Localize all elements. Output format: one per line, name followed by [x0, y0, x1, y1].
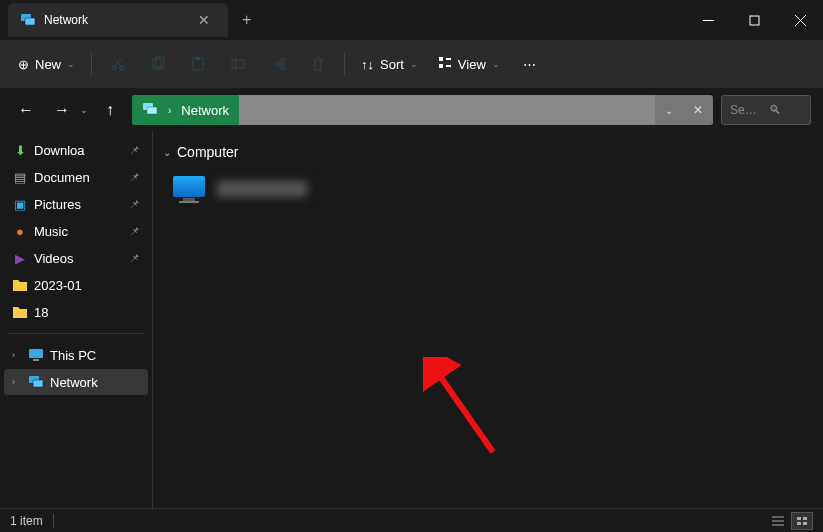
search-placeholder: Sear... [730, 103, 763, 117]
svg-rect-29 [179, 201, 199, 203]
plus-icon: ⊕ [18, 57, 29, 72]
sort-label: Sort [380, 57, 404, 72]
view-icon [438, 56, 452, 73]
sidebar-item-label: Documen [34, 170, 90, 185]
sidebar-item-downloads[interactable]: ⬇ Downloa 📌︎ [4, 137, 148, 163]
delete-button [300, 48, 336, 80]
view-details-button[interactable] [767, 512, 789, 530]
search-icon: 🔍︎ [769, 103, 802, 117]
chevron-right-icon[interactable]: › [12, 350, 22, 360]
titlebar: Network ✕ + [0, 0, 823, 40]
svg-point-7 [120, 66, 124, 70]
sidebar-item-documents[interactable]: ▤ Documen 📌︎ [4, 164, 148, 190]
chevron-right-icon[interactable]: › [12, 377, 22, 387]
svg-rect-24 [33, 359, 39, 361]
sidebar-item-label: Downloa [34, 143, 85, 158]
address-dropdown[interactable]: ⌄ [655, 105, 683, 116]
download-icon: ⬇ [12, 142, 28, 158]
svg-rect-28 [183, 198, 195, 201]
address-empty[interactable] [239, 95, 655, 125]
chevron-down-icon: ⌄ [492, 59, 500, 69]
sidebar-item-label: 2023-01 [34, 278, 82, 293]
sort-button[interactable]: ↑↓ Sort ⌄ [353, 48, 426, 80]
sidebar-item-label: This PC [50, 348, 96, 363]
copy-button [140, 48, 176, 80]
view-large-icons-button[interactable] [791, 512, 813, 530]
music-icon: ● [12, 223, 28, 239]
forward-button[interactable]: → [48, 96, 76, 124]
main-pane[interactable]: ⌄ Computer [152, 132, 823, 508]
sidebar-item-network[interactable]: › Network [4, 369, 148, 395]
group-header-computer[interactable]: ⌄ Computer [159, 142, 817, 162]
svg-rect-26 [33, 380, 43, 387]
view-button[interactable]: View ⌄ [430, 48, 508, 80]
computer-icon [171, 174, 207, 204]
maximize-button[interactable] [731, 0, 777, 40]
separator [91, 52, 92, 76]
sidebar-item-music[interactable]: ● Music 📌︎ [4, 218, 148, 244]
sidebar-item-label: Music [34, 224, 68, 239]
back-button[interactable]: ← [12, 96, 40, 124]
sidebar-item-videos[interactable]: ▶ Videos 📌︎ [4, 245, 148, 271]
refresh-button[interactable]: ✕ [683, 103, 713, 117]
network-icon [28, 374, 44, 390]
address-bar[interactable]: › Network ⌄ ✕ [132, 95, 713, 125]
pin-icon: 📌︎ [129, 144, 140, 156]
network-computer-item[interactable] [159, 168, 817, 210]
sidebar-item-label: Network [50, 375, 98, 390]
status-item-count: 1 item [10, 514, 43, 528]
svg-rect-3 [750, 16, 759, 25]
svg-rect-13 [196, 57, 200, 60]
sidebar-item-folder-18[interactable]: 18 [4, 299, 148, 325]
folder-icon [12, 304, 28, 320]
document-icon: ▤ [12, 169, 28, 185]
close-button[interactable] [777, 0, 823, 40]
history-dropdown[interactable]: ⌄ [80, 105, 88, 115]
divider [8, 333, 144, 334]
toolbar: ⊕ New ⌄ ↑↓ Sort ⌄ View ⌄ ⋯ [0, 40, 823, 88]
sidebar-item-label: 18 [34, 305, 48, 320]
paste-button [180, 48, 216, 80]
view-label: View [458, 57, 486, 72]
videos-icon: ▶ [12, 250, 28, 266]
search-input[interactable]: Sear... 🔍︎ [721, 95, 811, 125]
new-label: New [35, 57, 61, 72]
separator [53, 514, 54, 528]
chevron-right-icon: › [168, 105, 171, 116]
content: ⬇ Downloa 📌︎ ▤ Documen 📌︎ ▣ Pictures 📌︎ … [0, 132, 823, 508]
svg-rect-17 [439, 57, 443, 61]
network-icon [20, 12, 36, 28]
new-button[interactable]: ⊕ New ⌄ [10, 48, 83, 80]
rename-button [220, 48, 256, 80]
sidebar-item-pictures[interactable]: ▣ Pictures 📌︎ [4, 191, 148, 217]
address-segment-network[interactable]: › Network [132, 95, 239, 125]
pin-icon: 📌︎ [129, 198, 140, 210]
svg-rect-22 [147, 107, 157, 114]
pc-icon [28, 347, 44, 363]
sidebar-item-this-pc[interactable]: › This PC [4, 342, 148, 368]
tab-network[interactable]: Network ✕ [8, 3, 228, 37]
svg-rect-14 [232, 60, 244, 68]
chevron-down-icon: ⌄ [163, 147, 171, 158]
pin-icon: 📌︎ [129, 171, 140, 183]
new-tab-button[interactable]: + [228, 3, 265, 37]
sidebar-item-folder-2023-01[interactable]: 2023-01 [4, 272, 148, 298]
up-button[interactable]: ↑ [96, 96, 124, 124]
svg-rect-16 [281, 59, 284, 69]
pin-icon: 📌︎ [129, 225, 140, 237]
cut-button [100, 48, 136, 80]
sort-icon: ↑↓ [361, 57, 374, 72]
more-button[interactable]: ⋯ [512, 48, 548, 80]
tab-title: Network [44, 13, 184, 27]
tab-close-button[interactable]: ✕ [192, 10, 216, 30]
svg-rect-1 [25, 18, 35, 25]
svg-rect-34 [797, 517, 801, 520]
separator [344, 52, 345, 76]
folder-icon [12, 277, 28, 293]
svg-line-9 [114, 58, 121, 66]
chevron-down-icon: ⌄ [67, 59, 75, 69]
svg-line-30 [435, 369, 493, 452]
group-label: Computer [177, 144, 238, 160]
pin-icon: 📌︎ [129, 252, 140, 264]
minimize-button[interactable] [685, 0, 731, 40]
